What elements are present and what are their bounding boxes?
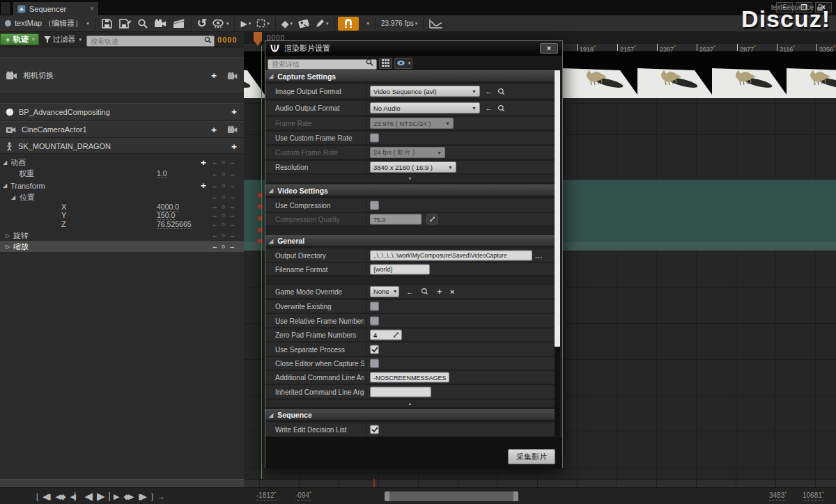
next-key-icon[interactable]: →	[229, 243, 235, 250]
prev-key-icon[interactable]: ←	[212, 182, 218, 189]
section-video-settings[interactable]: ◢Video Settings	[265, 184, 555, 196]
detail-search-input[interactable]	[268, 59, 377, 70]
overwrite-existing-checkbox[interactable]	[370, 302, 379, 311]
clear-icon[interactable]: ×	[450, 288, 454, 296]
keyframe-marker[interactable]	[257, 203, 263, 210]
search-icon[interactable]	[497, 88, 505, 95]
property-row-weight[interactable]: 权重 1.0 ←○→	[0, 168, 244, 180]
auto-key-button[interactable]	[295, 16, 312, 31]
property-value[interactable]: 150.0	[157, 211, 175, 220]
prev-key-icon[interactable]: ←	[212, 194, 218, 200]
add-key-icon[interactable]: ○	[222, 203, 225, 210]
search-track-input[interactable]	[86, 36, 215, 47]
playback-mode-button[interactable]: →	[157, 492, 164, 501]
bottom-time-ruler[interactable]	[244, 479, 836, 487]
reset-to-default-icon[interactable]: ←	[485, 104, 493, 112]
reset-to-default-icon[interactable]: ←	[485, 87, 493, 95]
view-options-button[interactable]: ▾	[210, 16, 232, 31]
collapsed-icon[interactable]: ▷	[6, 233, 10, 239]
inherited-args-field[interactable]	[370, 386, 431, 397]
search-icon[interactable]	[421, 288, 428, 295]
add-section-icon[interactable]: ＋	[210, 70, 218, 81]
add-icon[interactable]: ＋	[435, 286, 443, 297]
keyframe-options-button[interactable]: ◆▾	[279, 16, 295, 31]
playback-end-field[interactable]: 3483*	[769, 491, 787, 501]
filename-format-field[interactable]: {world}	[370, 264, 430, 274]
add-track-button[interactable]: ＋ 轨迹 ▾	[0, 33, 39, 45]
keyframe-marker[interactable]	[257, 192, 263, 198]
save-button[interactable]	[98, 16, 116, 31]
property-row-transform[interactable]: ◢ Transform ＋ ←○→	[0, 180, 244, 191]
property-matrix-button[interactable]	[379, 58, 392, 69]
snap-toggle-button[interactable]	[338, 17, 359, 31]
next-key-icon[interactable]: →	[229, 232, 235, 239]
track-cine-camera-actor[interactable]: CineCameraActor1 ＋	[0, 121, 244, 138]
panel-splitter[interactable]	[0, 479, 244, 487]
collapsed-icon[interactable]: ▷	[6, 244, 10, 250]
partial-tab[interactable]	[0, 1, 11, 15]
expand-spinner-icon[interactable]	[426, 214, 438, 225]
property-row-y[interactable]: Y 150.0 ←○→	[0, 211, 244, 219]
add-key-icon[interactable]: ○	[222, 159, 225, 166]
playback-options-button[interactable]: ▶▾	[238, 16, 254, 31]
snap-options-dropdown[interactable]: ▾	[363, 16, 373, 31]
use-selected-icon[interactable]: ←	[406, 288, 414, 296]
resolution-dropdown[interactable]: 3840 x 2160 ( 16:9 )▼	[370, 162, 456, 173]
tab-sequencer[interactable]: Sequencer ×	[13, 1, 99, 15]
capture-movie-button[interactable]: 采集影片	[508, 449, 555, 464]
keyframe-marker[interactable]	[257, 215, 263, 221]
playback-start-field[interactable]: -094*	[295, 491, 311, 501]
track-sk-mountain-dragon[interactable]: SK_MOUNTAIN_DRAGON ＋	[0, 139, 244, 154]
property-value[interactable]: 1.0	[157, 169, 167, 178]
camera-icon[interactable]	[227, 125, 238, 134]
tab-close-icon[interactable]: ×	[90, 5, 94, 13]
curve-editor-button[interactable]	[426, 16, 446, 31]
add-key-icon[interactable]: ○	[222, 221, 225, 228]
next-key-icon[interactable]: →	[229, 171, 235, 178]
playhead-line[interactable]	[261, 46, 262, 479]
use-relative-frame-numbers-checkbox[interactable]	[370, 316, 379, 325]
prev-key-icon[interactable]: ←	[212, 203, 218, 210]
select-edit-options-button[interactable]: ▾	[254, 16, 272, 31]
filter-button[interactable]: 过滤器 ▾	[42, 34, 84, 45]
property-row-animation[interactable]: ◢ 动画 ＋ ←○→	[0, 157, 244, 168]
undo-icon[interactable]: ↺	[194, 16, 210, 31]
add-section-icon[interactable]: ＋	[210, 124, 218, 136]
keyframe-marker[interactable]	[257, 238, 263, 244]
section-sequence[interactable]: ◢Sequence	[265, 409, 555, 420]
use-separate-process-checkbox[interactable]	[370, 345, 379, 354]
prev-key-icon[interactable]: ←	[212, 232, 218, 239]
asset-dropdown[interactable]: textMap （编辑器） ▾	[1, 18, 92, 29]
play-button[interactable]: ▶	[97, 490, 104, 503]
create-camera-button[interactable]	[151, 16, 170, 31]
property-row-x[interactable]: X 4000.0 ←○→	[0, 203, 244, 211]
track-camera-cuts[interactable]: 相机切换 ＋	[0, 57, 244, 94]
close-editor-checkbox[interactable]	[370, 359, 379, 368]
next-key-icon[interactable]: →	[229, 221, 235, 228]
view-range-end-field[interactable]: 10681*	[803, 491, 824, 501]
add-key-icon[interactable]: ○	[222, 212, 225, 219]
add-section-icon[interactable]: ＋	[230, 141, 238, 152]
prev-key-icon[interactable]: ←	[212, 171, 218, 178]
browse-button[interactable]: ...	[535, 251, 543, 259]
property-row-scale[interactable]: ▷ 缩放 ←○→	[0, 241, 244, 252]
next-key-icon[interactable]: →	[229, 194, 235, 200]
view-range-start-field[interactable]: -1812*	[256, 491, 276, 501]
prev-key-icon[interactable]: ←	[212, 159, 218, 166]
add-key-plus-icon[interactable]: ＋	[199, 157, 208, 168]
expand-icon[interactable]: ◢	[3, 182, 7, 189]
timeline-horizontal-scrollbar[interactable]	[385, 491, 518, 501]
display-filter-button[interactable]: ▾	[394, 58, 412, 69]
property-row-rotation[interactable]: ▷ 旋转 ←○→	[0, 230, 244, 241]
next-key-icon[interactable]: →	[229, 159, 235, 166]
prev-key-icon[interactable]: ←	[212, 243, 218, 250]
camera-icon[interactable]	[227, 72, 238, 80]
image-output-format-dropdown[interactable]: Video Sequence (avi)▼	[370, 86, 480, 97]
advanced-collapse[interactable]: ▲	[265, 400, 555, 408]
next-key-button[interactable]: ◆▶	[123, 492, 132, 501]
jump-to-end-button[interactable]: ▮▶	[138, 492, 146, 501]
jump-to-front-button[interactable]: ◀▮	[42, 492, 50, 501]
dialog-close-button[interactable]: ×	[540, 43, 558, 54]
property-row-location[interactable]: ◢ 位置 ←○→	[0, 191, 244, 203]
property-row-z[interactable]: Z 76.525665 ←○→	[0, 219, 244, 229]
